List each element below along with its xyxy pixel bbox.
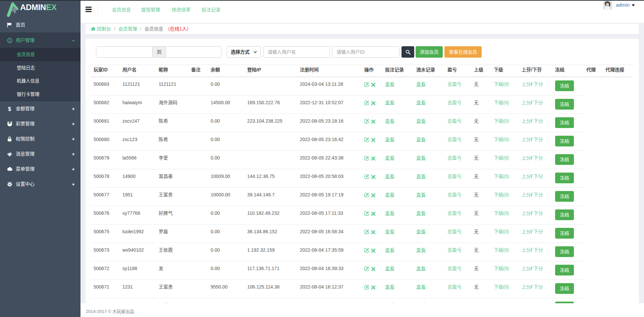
svg-text:$: $ [8, 106, 11, 112]
